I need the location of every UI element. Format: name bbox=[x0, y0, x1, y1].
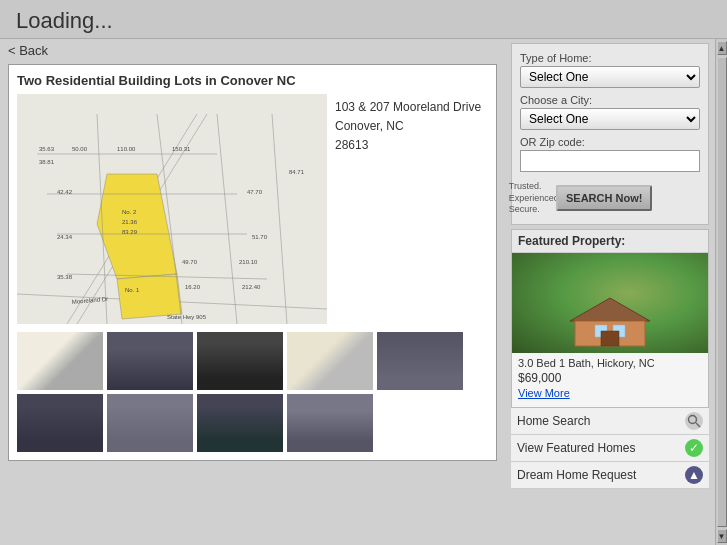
thumbnail-8[interactable] bbox=[197, 394, 283, 452]
scrollbar: ▲ ▼ bbox=[715, 39, 727, 545]
magnify-icon bbox=[685, 412, 703, 430]
svg-text:83.29: 83.29 bbox=[122, 229, 138, 235]
svg-text:35.38: 35.38 bbox=[57, 274, 73, 280]
svg-text:42.42: 42.42 bbox=[57, 189, 73, 195]
house-illustration bbox=[565, 293, 655, 348]
page-title: Loading... bbox=[16, 8, 113, 34]
up-arrow-icon: ▲ bbox=[685, 466, 703, 484]
thumbnail-9[interactable] bbox=[287, 394, 373, 452]
svg-point-39 bbox=[689, 416, 697, 424]
featured-price: $69,000 bbox=[518, 371, 702, 385]
view-more-link[interactable]: View More bbox=[518, 387, 570, 399]
left-content: < Back Two Residential Building Lots in … bbox=[0, 39, 505, 545]
top-bar: Loading... bbox=[0, 0, 727, 39]
address-line2: Conover, NC bbox=[335, 117, 481, 136]
address-line3: 28613 bbox=[335, 136, 481, 155]
choose-city-label: Choose a City: bbox=[520, 94, 700, 106]
back-link[interactable]: < Back bbox=[8, 43, 48, 58]
zip-label: OR Zip code: bbox=[520, 136, 700, 148]
svg-text:49.70: 49.70 bbox=[182, 259, 198, 265]
svg-text:50.00: 50.00 bbox=[72, 146, 88, 152]
featured-header: Featured Property: bbox=[512, 230, 708, 253]
svg-text:212.40: 212.40 bbox=[242, 284, 261, 290]
featured-description: 3.0 Bed 1 Bath, Hickory, NC bbox=[518, 357, 702, 369]
thumbnail-4[interactable] bbox=[287, 332, 373, 390]
thumbnail-3[interactable] bbox=[197, 332, 283, 390]
thumbnail-5[interactable] bbox=[377, 332, 463, 390]
home-search-link[interactable]: Home Search bbox=[511, 408, 709, 435]
thumbnail-7[interactable] bbox=[107, 394, 193, 452]
svg-marker-34 bbox=[570, 298, 650, 321]
svg-text:38.81: 38.81 bbox=[39, 159, 55, 165]
property-title: Two Residential Building Lots in Conover… bbox=[17, 73, 488, 88]
trusted-text: Trusted. Experienced. Secure. bbox=[509, 181, 562, 216]
svg-text:110.00: 110.00 bbox=[117, 146, 136, 152]
svg-rect-38 bbox=[601, 331, 619, 346]
address-line1: 103 & 207 Mooreland Drive bbox=[335, 98, 481, 117]
search-now-button[interactable]: SEARCH Now! bbox=[556, 185, 652, 211]
dream-home-request-link[interactable]: Dream Home Request ▲ bbox=[511, 462, 709, 489]
svg-text:210.10: 210.10 bbox=[239, 259, 258, 265]
property-map: 35.63 38.81 50.00 110.00 150.31 No. 2 21… bbox=[17, 94, 327, 324]
thumbnails-row-2 bbox=[17, 394, 488, 452]
search-footer: Trusted. Experienced. Secure. SEARCH Now… bbox=[520, 180, 700, 216]
thumbnail-1[interactable] bbox=[17, 332, 103, 390]
featured-info: 3.0 Bed 1 Bath, Hickory, NC $69,000 View… bbox=[512, 353, 708, 403]
svg-text:21.36: 21.36 bbox=[122, 219, 138, 225]
zip-input[interactable] bbox=[520, 150, 700, 172]
svg-text:84.71: 84.71 bbox=[289, 169, 305, 175]
type-of-home-label: Type of Home: bbox=[520, 52, 700, 64]
scroll-up-arrow[interactable]: ▲ bbox=[717, 41, 727, 55]
property-main: 35.63 38.81 50.00 110.00 150.31 No. 2 21… bbox=[17, 94, 488, 324]
thumbnails-row-1 bbox=[17, 332, 488, 390]
type-of-home-select[interactable]: Select One Single Family Condo Townhouse… bbox=[520, 66, 700, 88]
thumbnail-2[interactable] bbox=[107, 332, 193, 390]
thumbnail-6[interactable] bbox=[17, 394, 103, 452]
view-featured-homes-link[interactable]: View Featured Homes ✓ bbox=[511, 435, 709, 462]
svg-line-40 bbox=[696, 423, 700, 427]
svg-text:State Hwy 905: State Hwy 905 bbox=[167, 314, 207, 320]
main-layout: < Back Two Residential Building Lots in … bbox=[0, 39, 727, 545]
check-icon: ✓ bbox=[685, 439, 703, 457]
featured-image[interactable] bbox=[512, 253, 708, 353]
property-card: Two Residential Building Lots in Conover… bbox=[8, 64, 497, 461]
svg-text:35.63: 35.63 bbox=[39, 146, 55, 152]
scroll-down-arrow[interactable]: ▼ bbox=[717, 529, 727, 543]
search-box: Type of Home: Select One Single Family C… bbox=[511, 43, 709, 225]
lock-icon-area: Trusted. Experienced. Secure. bbox=[520, 180, 550, 216]
right-sidebar: Type of Home: Select One Single Family C… bbox=[505, 39, 715, 545]
choose-city-select[interactable]: Select One Hickory Conover Newton bbox=[520, 108, 700, 130]
svg-text:No. 1: No. 1 bbox=[125, 287, 140, 293]
svg-text:No. 2: No. 2 bbox=[122, 209, 137, 215]
property-address: 103 & 207 Mooreland Drive Conover, NC 28… bbox=[335, 94, 481, 324]
sidebar-links: Home Search View Featured Homes ✓ Dream … bbox=[511, 408, 709, 489]
svg-text:24.34: 24.34 bbox=[57, 234, 73, 240]
svg-text:47.70: 47.70 bbox=[247, 189, 263, 195]
featured-box: Featured Property: 3.0 Bed 1 Bath, Hicko… bbox=[511, 229, 709, 408]
svg-text:150.31: 150.31 bbox=[172, 146, 191, 152]
scroll-thumb[interactable] bbox=[717, 57, 727, 527]
svg-marker-2 bbox=[117, 274, 182, 319]
svg-text:51.70: 51.70 bbox=[252, 234, 268, 240]
svg-text:16.20: 16.20 bbox=[185, 284, 201, 290]
